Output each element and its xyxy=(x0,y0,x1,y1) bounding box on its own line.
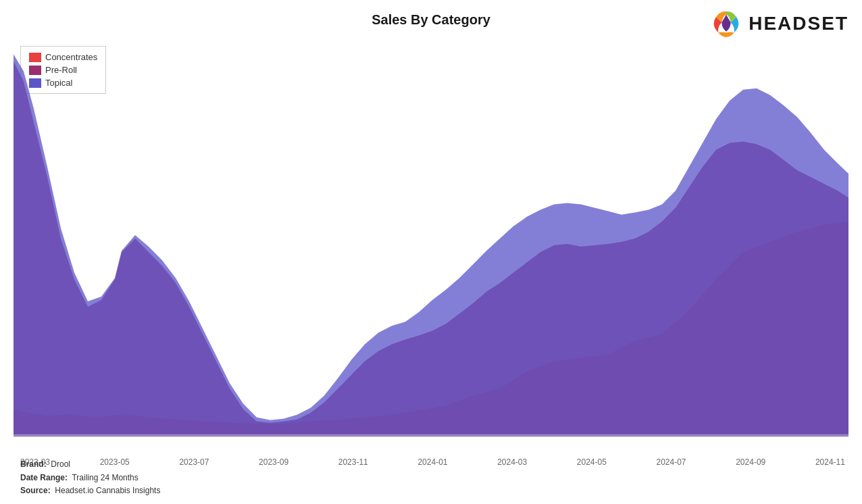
footer-info: Brand: Drool Date Range: Trailing 24 Mon… xyxy=(20,458,160,497)
footer-date-range: Date Range: Trailing 24 Months xyxy=(20,472,160,484)
xaxis-label-3: 2023-09 xyxy=(259,457,288,467)
source-label: Source: xyxy=(20,486,51,495)
xaxis-label-2: 2023-07 xyxy=(179,457,209,467)
footer-source: Source: Headset.io Cannabis Insights xyxy=(20,484,160,497)
date-range-value: Trailing 24 Months xyxy=(72,473,138,482)
xaxis-label-7: 2024-05 xyxy=(577,457,607,467)
topical-area xyxy=(14,54,848,436)
chart-svg xyxy=(14,41,848,436)
xaxis-label-8: 2024-07 xyxy=(657,457,686,467)
date-range-label: Date Range: xyxy=(20,473,68,482)
footer-brand: Brand: Drool xyxy=(20,458,160,471)
brand-label: Brand: xyxy=(20,459,47,469)
xaxis-label-5: 2024-01 xyxy=(417,457,447,467)
xaxis-label-6: 2024-03 xyxy=(497,457,527,467)
chart-area xyxy=(14,41,848,436)
xaxis-label-4: 2023-11 xyxy=(338,457,368,467)
source-value: Headset.io Cannabis Insights xyxy=(55,486,160,495)
chart-title: Sales By Category xyxy=(0,12,862,28)
brand-value: Drool xyxy=(51,459,70,469)
page-container: HEADSET Sales By Category Concentrates P… xyxy=(0,0,862,504)
xaxis-label-10: 2024-11 xyxy=(815,457,845,467)
xaxis-label-9: 2024-09 xyxy=(736,457,765,467)
